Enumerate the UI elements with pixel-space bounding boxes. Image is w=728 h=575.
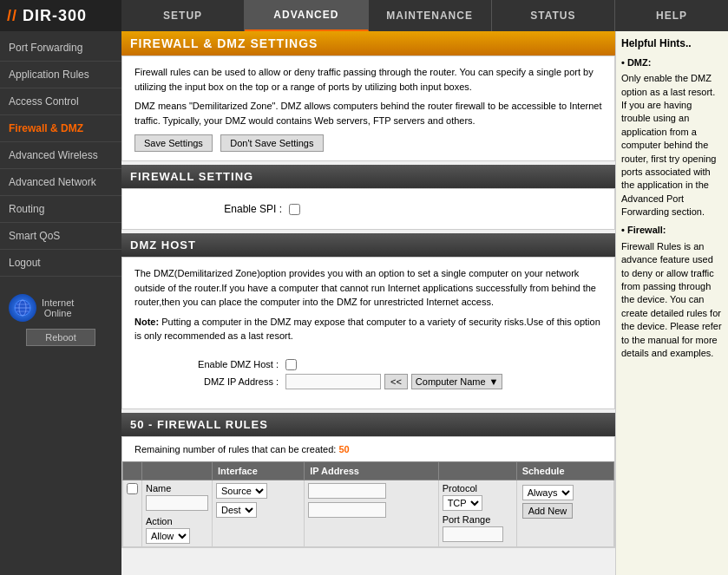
protocol-label: Protocol [443,483,513,493]
row-ip-cell [305,480,439,546]
help-dmz-title: • DMZ: [621,56,723,69]
col-protocol-header [438,461,516,480]
dont-save-settings-button[interactable]: Don't Save Settings [220,134,323,152]
firewall-description1: Firewall rules can be used to allow or d… [134,65,602,94]
add-new-button[interactable]: Add New [522,503,574,519]
action-select[interactable]: Allow [146,528,190,544]
row-checkbox[interactable] [127,483,138,494]
enable-spi-label: Enable SPI : [134,203,282,215]
tab-status[interactable]: STATUS [492,0,615,31]
firewall-rules-section: Remaining number of rules that can be cr… [121,436,615,548]
row-schedule-cell: Always Add New [516,480,613,546]
row-protocol-cell: Protocol TCP Port Range [438,480,516,546]
dmz-ip-controls: << Computer Name ▼ [285,374,502,389]
help-firewall-text: Firewall Rules is an advance feature use… [621,240,723,361]
tab-setup[interactable]: SETUP [121,0,245,31]
internet-label-group: Internet Online [42,297,74,318]
enable-dmz-row: Enable DMZ Host : [147,359,590,370]
col-ip-header: IP Address [305,461,439,480]
firewall-setting-header: FIREWALL SETTING [121,165,615,188]
sidebar-item-routing[interactable]: Routing [0,196,121,223]
sidebar-item-port-forwarding[interactable]: Port Forwarding [0,35,121,62]
help-panel: Helpful Hints.. • DMZ: Only enable the D… [615,31,728,575]
dmz-form: Enable DMZ Host : DMZ IP Address : << Co… [134,349,602,400]
dest-group: Dest [216,502,300,518]
help-firewall-section: • Firewall: Firewall Rules is an advance… [621,224,723,360]
main-layout: Port Forwarding Application Rules Access… [0,31,728,575]
enable-spi-text: Enable SPI : [224,203,282,215]
help-firewall-title: • Firewall: [621,224,723,237]
dmz-ip-input[interactable] [285,374,381,389]
sidebar-item-advanced-network[interactable]: Advanced Network [0,169,121,196]
name-input[interactable] [146,495,208,511]
dmz-ip-label: DMZ IP Address : [147,376,285,387]
dmz-description: The DMZ(Demilitarized Zone)option provid… [134,266,602,310]
internet-label: Internet [42,297,74,308]
action-label: Action [146,516,208,526]
port-range-label: Port Range [443,514,513,525]
top-navigation: // DIR-300 SETUP ADVANCED MAINTENANCE ST… [0,0,728,31]
col-interface-header: Interface [213,461,305,480]
always-group: Always Add New [521,483,610,520]
enable-spi-row: Enable SPI : [134,203,602,215]
firewall-setting-body: Enable SPI : [121,188,615,230]
help-dmz-text: Only enable the DMZ option as a last res… [621,72,723,219]
dmz-arrow-button[interactable]: << [384,374,408,389]
help-dmz-section: • DMZ: Only enable the DMZ option as a l… [621,56,723,219]
tab-advanced[interactable]: ADVANCED [245,0,368,31]
protocol-group: Protocol TCP [443,483,513,511]
remaining-text: Remaining number of rules that can be cr… [134,444,336,454]
sidebar-bottom: Internet Online Reboot [0,285,121,355]
sidebar-item-firewall-dmz[interactable]: Firewall & DMZ [0,115,121,142]
main-content: FIREWALL & DMZ SETTINGS Firewall rules c… [121,31,615,575]
save-settings-button[interactable]: Save Settings [134,134,213,152]
firewall-rules-header: 50 - FIREWALL RULES [121,413,615,436]
logo-text: // DIR-300 [7,7,87,25]
dmz-note-label: Note: [134,317,159,327]
sidebar-item-access-control[interactable]: Access Control [0,88,121,115]
rules-info: Remaining number of rules that can be cr… [122,437,614,461]
dmz-note: Note: Putting a computer in the DMZ may … [134,315,602,343]
globe-icon [9,294,36,322]
action-group: Action Allow [146,516,208,544]
tab-maintenance[interactable]: MAINTENANCE [369,0,492,31]
computer-name-dropdown[interactable]: Computer Name ▼ [411,374,503,389]
sidebar-item-logout[interactable]: Logout [0,250,121,277]
protocol-select[interactable]: TCP [443,495,482,511]
reboot-button[interactable]: Reboot [26,329,95,346]
sidebar-item-advanced-wireless[interactable]: Advanced Wireless [0,142,121,169]
dest-ip-input[interactable] [308,502,386,518]
firewall-rules-table: Interface IP Address Schedule Name [122,461,614,547]
enable-spi-checkbox[interactable] [289,204,300,215]
logo-area: // DIR-300 [0,0,121,31]
row-checkbox-cell [123,480,142,546]
name-label: Name [146,483,208,493]
source-group: Source [216,483,300,499]
firewall-description2: DMZ means "Demilitarized Zone". DMZ allo… [134,99,602,127]
col-schedule-header: Schedule [516,461,613,480]
enable-dmz-checkbox[interactable] [285,359,297,370]
dropdown-arrow-icon: ▼ [489,376,499,387]
logo-brand: DIR-300 [23,7,87,24]
port-range-group: Port Range [443,514,513,542]
always-select[interactable]: Always [522,485,574,500]
source-ip-input[interactable] [308,483,386,499]
dmz-note-text: Putting a computer in the DMZ may expose… [134,317,600,342]
rules-table-header-row: Interface IP Address Schedule [123,461,614,480]
logo-slashes: // [7,7,17,24]
remaining-count: 50 [338,444,349,454]
source-select[interactable]: Source [216,483,267,499]
nav-help: HELP [615,0,728,31]
row-name-cell: Name Action Allow [142,480,213,546]
dest-select[interactable]: Dest [216,502,257,518]
dmz-host-header: DMZ HOST [121,233,615,257]
sidebar-item-smart-qos[interactable]: Smart QoS [0,223,121,250]
firewall-buttons: Save Settings Don't Save Settings [134,134,602,152]
nav-tabs: SETUP ADVANCED MAINTENANCE STATUS [121,0,615,31]
enable-dmz-label: Enable DMZ Host : [147,359,285,369]
port-range-input[interactable] [443,526,503,542]
internet-online-status: Online [42,308,74,318]
internet-status: Internet Online [9,294,113,322]
sidebar-item-application-rules[interactable]: Application Rules [0,62,121,88]
table-row: Name Action Allow [123,480,614,546]
